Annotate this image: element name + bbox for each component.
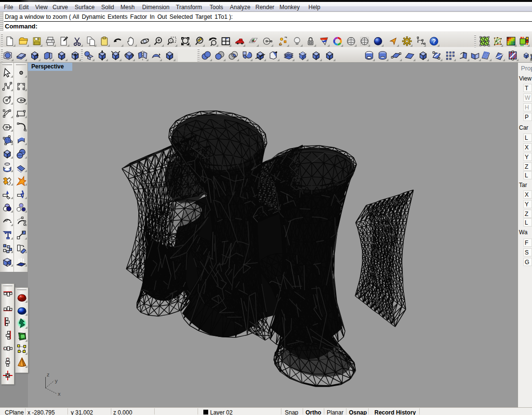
svg-text:x: x — [58, 391, 61, 397]
svg-text:z: z — [47, 372, 50, 377]
svg-text:y: y — [55, 378, 58, 384]
svg-text:?: ? — [432, 38, 436, 45]
